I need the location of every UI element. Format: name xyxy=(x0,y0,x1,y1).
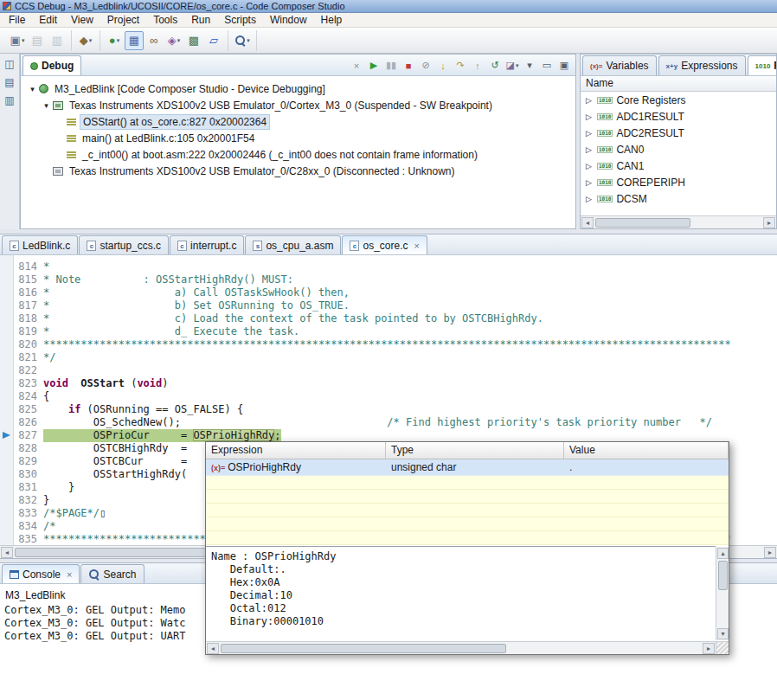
debug-tree-row[interactable]: ▾Texas Instruments XDS100v2 USB Emulator… xyxy=(21,97,575,113)
tab-debug[interactable]: Debug xyxy=(22,55,81,75)
step-into-icon[interactable]: ↓ xyxy=(435,58,451,73)
scroll-thumb[interactable] xyxy=(595,218,690,228)
scroll-right-icon[interactable]: ▸ xyxy=(703,643,715,654)
debug-bug-icon[interactable]: ●▾ xyxy=(105,31,124,50)
folder-icon[interactable]: ▥ xyxy=(2,93,18,108)
peripherals-icon[interactable]: ◈▾ xyxy=(164,31,183,50)
register-group-row[interactable]: ▷1010CAN1 xyxy=(581,157,776,174)
menu-view[interactable]: View xyxy=(64,13,100,27)
menu-file[interactable]: File xyxy=(2,13,32,27)
scroll-thumb[interactable] xyxy=(221,644,506,653)
new-file-icon[interactable]: ▣▾ xyxy=(8,31,27,50)
stack-frame-row[interactable]: OSStart() at os_core.c:827 0x20002364 xyxy=(21,113,575,130)
editor-tab-os_core-c[interactable]: cos_core.c× xyxy=(342,235,427,254)
scroll-left-icon[interactable]: ◂ xyxy=(207,643,219,654)
view-menu-icon[interactable]: ▾ xyxy=(522,58,537,73)
search-icon[interactable]: ▾ xyxy=(233,31,252,50)
restart-icon[interactable]: ↺ xyxy=(487,58,503,73)
dropdown-arrow-icon[interactable]: ▾ xyxy=(177,37,181,44)
registers-hscrollbar[interactable]: ◂ ▸ xyxy=(581,215,776,228)
debug-tree-row[interactable]: ▾M3_LedBlink [Code Composer Studio - Dev… xyxy=(21,80,575,97)
stack-frame-row[interactable]: main() at LedBlink.c:105 0x20001F54 xyxy=(21,130,575,146)
tab-expressions[interactable]: x+yExpressions xyxy=(658,55,746,75)
maximize-icon[interactable]: ▣ xyxy=(556,58,572,73)
popup-expression-row[interactable]: (x)=OSPrioHighRdyunsigned char. xyxy=(206,459,729,476)
register-group-label: DCSM xyxy=(616,193,646,205)
remove-all-icon[interactable]: × xyxy=(349,58,364,73)
dropdown-arrow-icon[interactable]: ▾ xyxy=(516,62,519,69)
scroll-right-icon[interactable]: ▸ xyxy=(764,547,776,558)
show-debug-view-icon[interactable]: ▦ xyxy=(125,31,144,50)
tree-expand-icon[interactable]: ▷ xyxy=(584,145,594,154)
dropdown-arrow-icon[interactable]: ▾ xyxy=(247,37,250,44)
tree-expand-icon[interactable]: ▷ xyxy=(584,112,594,121)
debug-tree-row[interactable]: Texas Instruments XDS100v2 USB Emulator_… xyxy=(21,163,575,179)
tree-expand-icon[interactable]: ▷ xyxy=(584,178,594,187)
file-icon: c xyxy=(87,241,96,251)
register-group-row[interactable]: ▷1010COREPERIPH xyxy=(581,174,776,190)
scroll-down-icon[interactable]: ▾ xyxy=(717,628,729,639)
editor-tab-interrupt-c[interactable]: cinterrupt.c xyxy=(170,235,244,254)
close-icon[interactable]: × xyxy=(67,569,72,580)
build-flag-icon[interactable]: ◆▾ xyxy=(76,31,95,50)
watch-icon[interactable]: ▱ xyxy=(204,31,223,50)
menu-edit[interactable]: Edit xyxy=(32,13,64,27)
menu-window[interactable]: Window xyxy=(263,13,314,27)
tab-console[interactable]: Console× xyxy=(2,564,80,583)
menu-scripts[interactable]: Scripts xyxy=(217,13,263,27)
line-number: 821 xyxy=(14,351,43,364)
scroll-thumb[interactable] xyxy=(718,561,728,590)
register-group-row[interactable]: ▷1010CAN0 xyxy=(581,141,776,157)
tree-expand-icon[interactable]: ▷ xyxy=(584,195,594,203)
register-group-row[interactable]: ▷1010ADC2RESULT xyxy=(581,125,776,141)
terminate-icon[interactable]: ■ xyxy=(401,58,416,73)
editor-window-icon[interactable]: ▤ xyxy=(2,74,18,90)
tree-expand-icon[interactable]: ▷ xyxy=(584,129,594,138)
frame-icon xyxy=(67,151,76,159)
dropdown-arrow-icon[interactable]: ▾ xyxy=(22,37,25,44)
step-return-icon[interactable]: ↑ xyxy=(470,58,485,73)
menu-project[interactable]: Project xyxy=(100,13,146,27)
window-layout-icon[interactable]: ◫ xyxy=(2,56,18,72)
frame-icon xyxy=(67,134,76,143)
step-over-icon[interactable]: ↷ xyxy=(453,58,468,73)
scroll-right-icon[interactable]: ▸ xyxy=(763,217,775,228)
variables-icon: (x)= xyxy=(590,62,602,70)
editor-tab-os_cpu_a-asm[interactable]: sos_cpu_a.asm xyxy=(245,235,341,254)
stack-frame-row[interactable]: _c_int00() at boot.asm:222 0x20002446 (_… xyxy=(21,146,575,163)
menu-help[interactable]: Help xyxy=(314,13,350,27)
register-group-row[interactable]: ▷1010Core Registers xyxy=(581,92,776,108)
line-number: 826 xyxy=(14,416,43,429)
close-icon[interactable]: × xyxy=(414,241,420,251)
tree-expand-icon[interactable]: ▾ xyxy=(28,85,37,93)
annotation-ruler[interactable] xyxy=(0,255,14,545)
tree-expand-icon[interactable]: ▾ xyxy=(42,101,51,110)
scroll-left-icon[interactable]: ◂ xyxy=(581,217,594,228)
tree-expand-icon[interactable]: ▷ xyxy=(584,162,594,170)
tab-search[interactable]: Search xyxy=(80,564,144,583)
tab-variables[interactable]: (x)=Variables xyxy=(582,55,657,75)
editor-tab-ledblink-c[interactable]: cLedBlink.c xyxy=(2,235,78,254)
menu-tools[interactable]: Tools xyxy=(146,13,184,27)
popup-hscrollbar[interactable]: ◂ ▸ xyxy=(206,641,716,654)
memory-browser-icon[interactable]: ▩ xyxy=(184,31,203,50)
assembly-step-icon[interactable]: ◪▾ xyxy=(504,58,520,73)
menu-run[interactable]: Run xyxy=(184,13,217,27)
scroll-up-icon[interactable]: ▴ xyxy=(717,548,729,559)
resume-icon[interactable]: ▶ xyxy=(366,58,382,73)
suspend-icon[interactable]: ▮▮ xyxy=(383,58,399,73)
register-group-row[interactable]: ▷1010DCSM xyxy=(581,190,776,207)
disconnect-icon[interactable]: ⊘ xyxy=(418,58,433,73)
dropdown-arrow-icon[interactable]: ▾ xyxy=(117,37,120,44)
register-group-row[interactable]: ▷1010ADC1RESULT xyxy=(581,108,776,125)
resize-grip[interactable] xyxy=(716,641,729,654)
connect-target-icon[interactable]: ∞ xyxy=(144,31,164,50)
editor-tab-startup_ccs-c[interactable]: cstartup_ccs.c xyxy=(79,235,169,254)
tree-expand-icon[interactable]: ▷ xyxy=(584,96,594,105)
minimize-icon[interactable]: ▭ xyxy=(539,58,555,73)
register-group-label: CAN0 xyxy=(616,144,644,156)
dropdown-arrow-icon[interactable]: ▾ xyxy=(89,37,93,44)
popup-vscrollbar[interactable]: ▴ ▾ xyxy=(716,547,729,640)
scroll-left-icon[interactable]: ◂ xyxy=(1,547,13,558)
tab-registers[interactable]: 1010Registers xyxy=(748,55,776,75)
